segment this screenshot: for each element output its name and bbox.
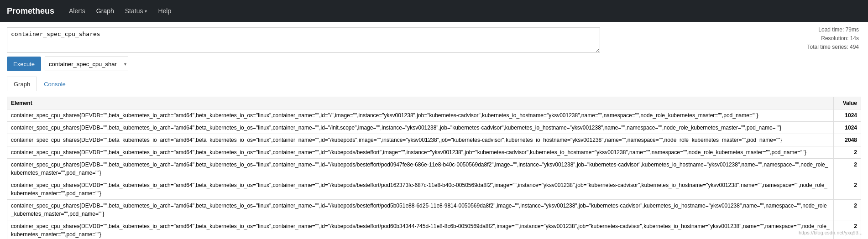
cell-value: 2 <box>834 179 861 200</box>
table-row: container_spec_cpu_shares{DEVDB="",beta_… <box>7 134 861 146</box>
query-area <box>7 27 861 53</box>
nav-alerts[interactable]: Alerts <box>63 0 91 22</box>
execute-button[interactable]: Execute <box>7 57 41 71</box>
cell-value: 2 <box>834 220 861 239</box>
metric-dropdown-wrapper: container_spec_cpu_shar ▾ <box>45 57 128 71</box>
tabs-bar: Graph Console <box>7 77 861 91</box>
cell-element: container_spec_cpu_shares{DEVDB="",beta_… <box>7 220 834 239</box>
table-row: container_spec_cpu_shares{DEVDB="",beta_… <box>7 109 861 122</box>
cell-element: container_spec_cpu_shares{DEVDB="",beta_… <box>7 159 834 179</box>
cell-value: 2048 <box>834 134 861 146</box>
col-element: Element <box>7 97 834 109</box>
cell-element: container_spec_cpu_shares{DEVDB="",beta_… <box>7 179 834 200</box>
main-content: Execute container_spec_cpu_shar ▾ Graph … <box>0 22 868 239</box>
table-row: container_spec_cpu_shares{DEVDB="",beta_… <box>7 122 861 134</box>
table-row: container_spec_cpu_shares{DEVDB="",beta_… <box>7 146 861 159</box>
total-series-stat: Total time series: 494 <box>807 43 859 52</box>
cell-value: 2 <box>834 159 861 179</box>
metric-select[interactable]: container_spec_cpu_shar <box>45 57 128 71</box>
table-row: container_spec_cpu_shares{DEVDB="",beta_… <box>7 200 861 220</box>
cell-element: container_spec_cpu_shares{DEVDB="",beta_… <box>7 146 834 159</box>
tab-console[interactable]: Console <box>37 77 73 91</box>
execute-row: Execute container_spec_cpu_shar ▾ <box>7 57 861 71</box>
nav-graph[interactable]: Graph <box>91 0 120 22</box>
tab-graph[interactable]: Graph <box>7 77 37 91</box>
cell-value: 1024 <box>834 122 861 134</box>
query-input[interactable] <box>7 27 600 53</box>
brand-logo[interactable]: Prometheus <box>7 6 54 16</box>
load-time-stat: Load time: 79ms <box>807 26 859 34</box>
resolution-stat: Resolution: 14s <box>807 34 859 43</box>
table-header: Element Value <box>7 97 861 109</box>
col-value: Value <box>834 97 861 109</box>
results-table: Element Value container_spec_cpu_shares{… <box>7 97 861 239</box>
cell-element: container_spec_cpu_shares{DEVDB="",beta_… <box>7 122 834 134</box>
cell-element: container_spec_cpu_shares{DEVDB="",beta_… <box>7 109 834 122</box>
navbar: Prometheus Alerts Graph Status ▾ Help <box>0 0 868 22</box>
cell-value: 2 <box>834 146 861 159</box>
nav-help[interactable]: Help <box>152 0 177 22</box>
cell-element: container_spec_cpu_shares{DEVDB="",beta_… <box>7 200 834 220</box>
cell-value: 1024 <box>834 109 861 122</box>
nav-status[interactable]: Status ▾ <box>120 0 153 22</box>
cell-value: 2 <box>834 200 861 220</box>
table-row: container_spec_cpu_shares{DEVDB="",beta_… <box>7 159 861 179</box>
table-row: container_spec_cpu_shares{DEVDB="",beta_… <box>7 220 861 239</box>
status-dropdown-icon: ▾ <box>145 9 147 14</box>
stats-panel: Load time: 79ms Resolution: 14s Total ti… <box>807 26 859 52</box>
table-row: container_spec_cpu_shares{DEVDB="",beta_… <box>7 179 861 200</box>
cell-element: container_spec_cpu_shares{DEVDB="",beta_… <box>7 134 834 146</box>
table-body: container_spec_cpu_shares{DEVDB="",beta_… <box>7 109 861 239</box>
